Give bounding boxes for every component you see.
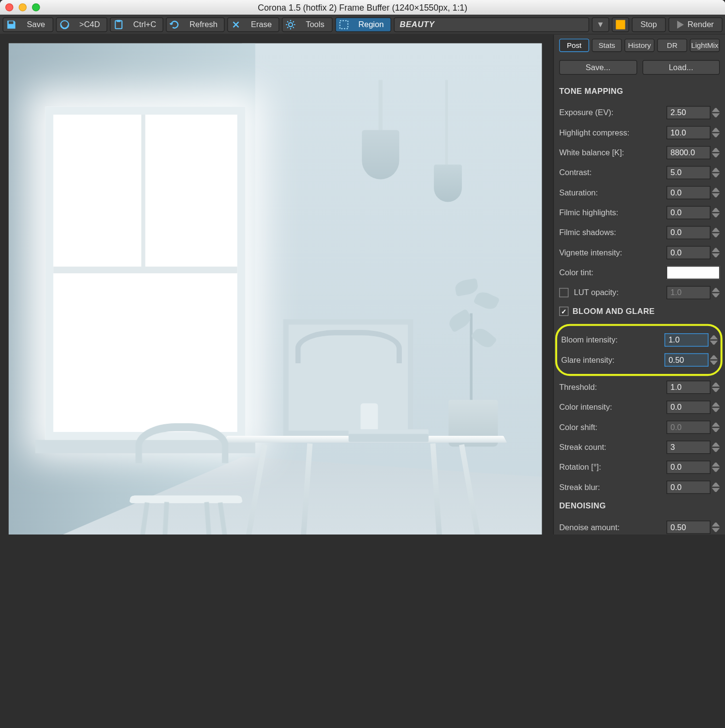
post-load-button[interactable]: Load... (642, 60, 720, 74)
vignette-spinner[interactable] (712, 246, 720, 259)
rotation-label: Rotation [°]: (559, 462, 666, 472)
frame-buffer-window: Corona 1.5 (hotfix 2) Frame Buffer (1240… (0, 0, 725, 535)
tools-label: Tools (298, 20, 332, 29)
filmic-highlights-input[interactable] (666, 206, 710, 220)
saturation-label: Saturation: (559, 188, 666, 197)
whitebalance-input[interactable] (666, 146, 710, 160)
bloom-intensity-label: Bloom intensity: (561, 335, 665, 344)
streak-count-input[interactable] (666, 441, 710, 454)
bloom-intensity-input[interactable] (665, 333, 709, 347)
color-intensity-input[interactable] (666, 401, 710, 414)
erase-icon (228, 18, 244, 31)
streak-blur-label: Streak blur: (559, 483, 666, 492)
lut-checkbox[interactable] (559, 288, 568, 297)
render-label: Render (688, 20, 714, 29)
exposure-spinner[interactable] (712, 106, 720, 119)
threshold-label: Threshold: (559, 383, 666, 392)
bloom-section-label: BLOOM AND GLARE (573, 307, 655, 316)
region-button[interactable]: Region (335, 17, 391, 32)
denoise-spinner[interactable] (712, 520, 720, 534)
to-c4d-button[interactable]: >C4D (56, 17, 107, 32)
copy-label: Ctrl+C (127, 20, 163, 29)
window-title: Corona 1.5 (hotfix 2) Frame Buffer (1240… (0, 2, 725, 13)
stop-square-icon (616, 20, 625, 29)
color-intensity-label: Color intensity: (559, 402, 666, 412)
tab-stats[interactable]: Stats (592, 39, 622, 52)
erase-label: Erase (244, 20, 279, 29)
render-viewport[interactable]: ANGELOFERRETTI.BLOGSPOT.COM (0, 35, 553, 535)
filmic-shadows-input[interactable] (666, 226, 710, 239)
c4d-icon (57, 18, 73, 31)
bloom-intensity-spinner[interactable] (710, 333, 718, 347)
lut-label: LUT opacity: (568, 288, 666, 297)
tab-dr[interactable]: DR (657, 39, 687, 52)
tab-history[interactable]: History (624, 39, 654, 52)
glare-intensity-spinner[interactable] (710, 353, 718, 367)
color-tint-swatch[interactable] (666, 266, 720, 280)
section-denoising: DENOISING (559, 497, 720, 517)
filmic-shadows-label: Filmic shadows: (559, 228, 666, 237)
render-button[interactable]: Render (668, 17, 723, 32)
titlebar: Corona 1.5 (hotfix 2) Frame Buffer (1240… (0, 0, 725, 15)
pass-selector[interactable]: BEAUTY (394, 17, 589, 32)
vignette-label: Vignette intensity: (559, 248, 666, 257)
streak-count-label: Streak count: (559, 443, 666, 452)
post-save-button[interactable]: Save... (559, 60, 637, 74)
lut-spinner[interactable] (712, 286, 720, 299)
glare-intensity-input[interactable] (665, 353, 709, 367)
rotation-spinner[interactable] (712, 461, 720, 474)
clipboard-icon (111, 18, 127, 31)
side-panel: Post Stats History DR LightMix Save... L… (553, 35, 725, 535)
color-shift-input (666, 421, 710, 434)
svg-rect-2 (117, 20, 120, 22)
contrast-input[interactable] (666, 166, 710, 179)
stop-indicator[interactable] (612, 17, 629, 32)
filmic-highlights-spinner[interactable] (712, 206, 720, 220)
erase-button[interactable]: Erase (227, 17, 279, 32)
tools-button[interactable]: Tools (282, 17, 333, 32)
rotation-input[interactable] (666, 461, 710, 474)
save-label: Save (19, 20, 53, 29)
exposure-input[interactable] (666, 106, 710, 119)
highlight-annotation: Bloom intensity: Glare intensity: (555, 324, 723, 376)
threshold-spinner[interactable] (712, 381, 720, 394)
copy-button[interactable]: Ctrl+C (110, 17, 163, 32)
denoise-label: Denoise amount: (559, 522, 666, 532)
c4d-label: >C4D (73, 20, 106, 29)
highlight-spinner[interactable] (712, 126, 720, 139)
vignette-input[interactable] (666, 246, 710, 259)
filmic-shadows-spinner[interactable] (712, 226, 720, 239)
side-tabs: Post Stats History DR LightMix (559, 35, 720, 56)
glare-intensity-label: Glare intensity: (561, 355, 665, 364)
streak-blur-input[interactable] (666, 481, 710, 494)
color-shift-label: Color shift: (559, 423, 666, 432)
tab-lightmix[interactable]: LightMix (690, 39, 720, 52)
refresh-icon (167, 18, 183, 31)
threshold-input[interactable] (666, 381, 710, 394)
color-tint-label: Color tint: (559, 268, 666, 277)
refresh-button[interactable]: Refresh (166, 17, 225, 32)
svg-point-0 (60, 21, 69, 29)
highlight-label: Highlight compress: (559, 128, 666, 137)
saturation-spinner[interactable] (712, 186, 720, 199)
stop-button[interactable]: Stop (632, 17, 666, 32)
denoise-input[interactable] (666, 520, 710, 534)
stop-label: Stop (640, 20, 657, 29)
render-image: ANGELOFERRETTI.BLOGSPOT.COM (9, 44, 542, 535)
whitebalance-label: White balance [K]: (559, 148, 666, 157)
highlight-input[interactable] (666, 126, 710, 139)
pass-dropdown-icon[interactable]: ▼ (592, 17, 609, 32)
contrast-label: Contrast: (559, 168, 666, 177)
saturation-input[interactable] (666, 186, 710, 199)
save-button[interactable]: Save (3, 17, 54, 32)
tab-post[interactable]: Post (559, 39, 589, 52)
bloom-checkbox[interactable]: ✓ (559, 307, 568, 316)
lut-input[interactable] (666, 286, 710, 299)
color-intensity-spinner[interactable] (712, 401, 720, 414)
whitebalance-spinner[interactable] (712, 146, 720, 160)
save-icon (3, 18, 19, 31)
contrast-spinner[interactable] (712, 166, 720, 179)
streak-count-spinner[interactable] (712, 441, 720, 454)
section-bloom-glare: ✓BLOOM AND GLARE (559, 303, 720, 323)
streak-blur-spinner[interactable] (712, 481, 720, 494)
